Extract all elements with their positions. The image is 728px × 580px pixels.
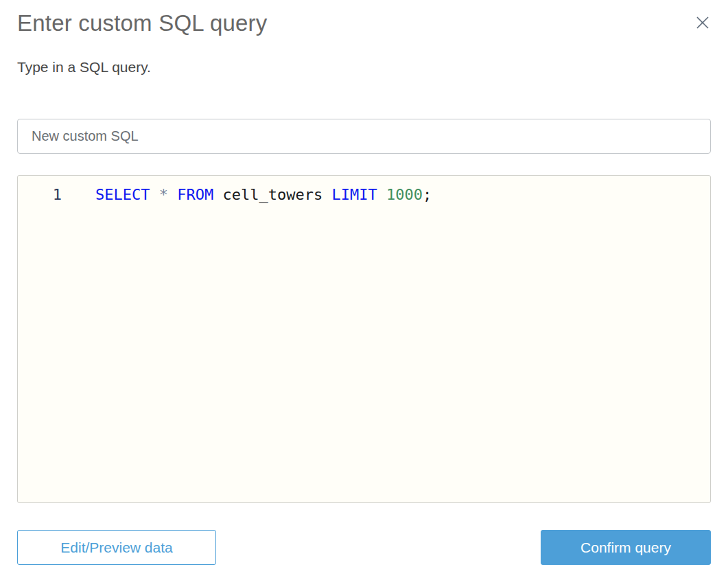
dialog-subtitle: Type in a SQL query. [17,59,151,76]
sql-token-plain [322,186,331,203]
sql-token-plain [377,186,386,203]
line-number: 1 [18,185,62,205]
code-text: SELECT * FROM cell_towers LIMIT 1000; [62,185,432,205]
sql-token-plain [168,186,177,203]
close-icon [695,15,710,30]
edit-preview-data-button[interactable]: Edit/Preview data [17,530,216,565]
code-line: 1SELECT * FROM cell_towers LIMIT 1000; [18,185,710,205]
dialog-title: Enter custom SQL query [17,10,268,36]
sql-token-keyword: SELECT [95,186,150,203]
sql-token-operator: * [159,186,168,203]
sql-token-keyword: FROM [177,186,213,203]
sql-token-number: 1000 [386,186,423,203]
close-button[interactable] [694,14,712,32]
sql-token-plain: ; [423,186,432,203]
sql-code-editor[interactable]: 1SELECT * FROM cell_towers LIMIT 1000; [17,175,711,503]
custom-sql-name-input[interactable] [17,119,711,154]
sql-token-plain [213,186,222,203]
sql-token-keyword: LIMIT [331,186,377,203]
sql-token-identifier: cell_towers [222,186,322,203]
sql-token-plain [150,186,158,203]
custom-sql-dialog: { "dialog": { "title": "Enter custom SQL… [0,0,728,580]
confirm-query-button[interactable]: Confirm query [541,530,711,565]
